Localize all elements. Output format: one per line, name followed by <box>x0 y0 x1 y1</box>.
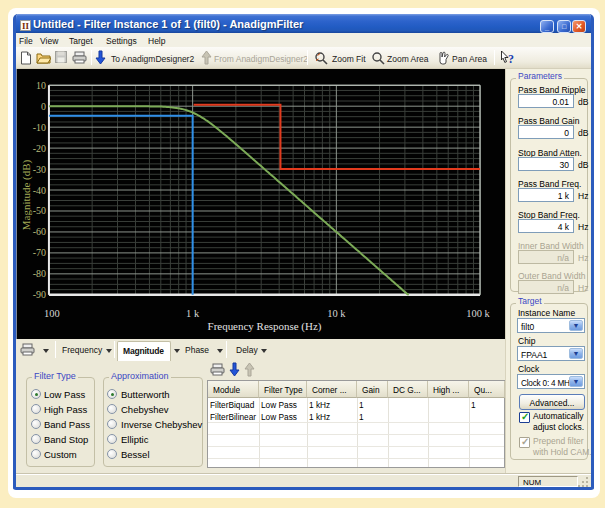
svg-text:100 k: 100 k <box>466 308 490 319</box>
svg-text:-60: -60 <box>33 226 46 237</box>
svg-text:1 k: 1 k <box>186 308 200 319</box>
svg-text:10 k: 10 k <box>327 308 346 319</box>
svg-text:-10: -10 <box>33 122 46 133</box>
svg-text:Magnitude (dB): Magnitude (dB) <box>20 159 33 230</box>
svg-text:-40: -40 <box>33 185 46 196</box>
svg-text:-70: -70 <box>33 247 46 258</box>
svg-text:-50: -50 <box>33 205 46 216</box>
svg-text:100: 100 <box>44 308 60 319</box>
svg-text:-20: -20 <box>33 143 46 154</box>
svg-text:Frequency Response (Hz): Frequency Response (Hz) <box>208 320 322 333</box>
svg-text:-30: -30 <box>33 164 46 175</box>
svg-text:-80: -80 <box>33 268 46 279</box>
svg-text:10: 10 <box>36 80 46 91</box>
svg-text:?: ? <box>508 52 514 66</box>
svg-text:0: 0 <box>41 101 46 112</box>
svg-text:-90: -90 <box>33 289 46 300</box>
